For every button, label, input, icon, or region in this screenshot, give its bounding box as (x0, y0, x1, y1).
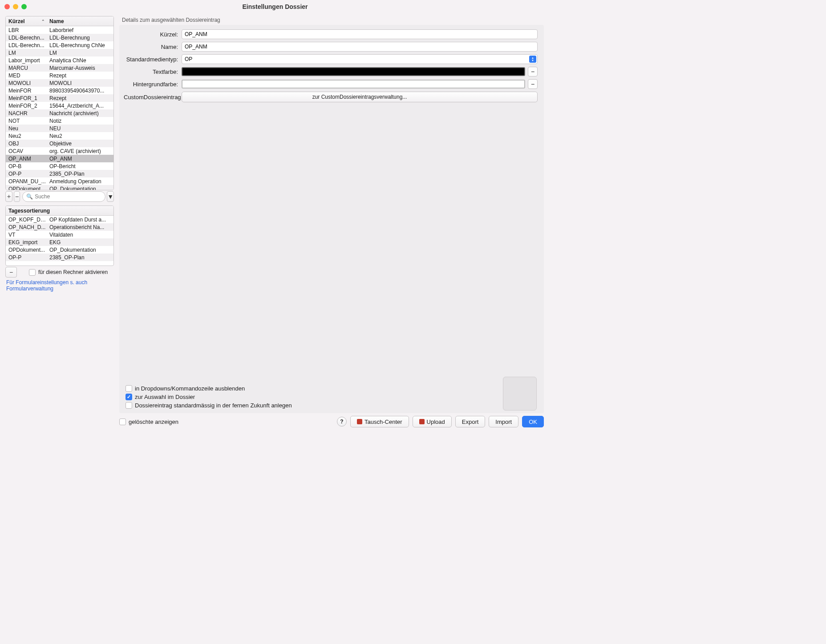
add-entry-button[interactable]: ＋ (5, 191, 12, 202)
table-row[interactable]: VTVitaldaten (6, 231, 113, 238)
kuerzel-field[interactable] (182, 29, 538, 39)
hide-in-dropdowns-checkbox[interactable] (126, 385, 132, 392)
sort-ascending-icon: ⌃ (41, 19, 45, 24)
table-row[interactable]: OPDokument...OP_Dokumentation (6, 185, 113, 190)
formular-link[interactable]: Für Formulareinstellungen s. auch Formul… (5, 279, 114, 292)
table-row[interactable]: OP-P2385_OP-Plan (6, 254, 113, 261)
future-default-label: Dossiereintrag standardmässig in der fer… (135, 402, 292, 409)
medientyp-select[interactable] (182, 54, 538, 64)
table-row[interactable]: EKG_importEKG (6, 238, 113, 246)
table-row[interactable]: LBRLaborbrief (6, 26, 113, 34)
table-row[interactable]: MeinFOR89803395490643970... (6, 87, 113, 94)
activate-for-computer-checkbox[interactable] (29, 269, 36, 276)
textfarbe-clear-button[interactable]: − (528, 67, 538, 76)
table-row[interactable]: OP_NACH_D...Operationsbericht Na... (6, 223, 113, 231)
table-row[interactable]: OP_KOPF_DU...OP Kopfdaten Durst a... (6, 216, 113, 223)
show-deleted-checkbox[interactable] (119, 419, 126, 425)
dossier-entries-table: Kürzel ⌃ Name LBRLaborbriefLDL-Berechn..… (5, 16, 114, 190)
auswahl-dossier-checkbox[interactable] (126, 394, 132, 400)
preview-box (503, 377, 537, 411)
future-default-checkbox[interactable] (126, 402, 132, 409)
name-field[interactable] (182, 42, 538, 52)
remove-entry-button[interactable]: − (14, 191, 20, 202)
table-row[interactable]: NeuNEU (6, 125, 113, 132)
custom-dossier-button[interactable]: zur CustomDossiereintragsverwaltung... (182, 92, 538, 102)
hide-in-dropdowns-label: in Dropdowns/Kommandozeile ausblenden (135, 385, 245, 392)
table-row[interactable]: OPDokument...OP_Dokumentation (6, 246, 113, 254)
table-row[interactable]: NOTNotiz (6, 117, 113, 125)
medientyp-label: Standardmedientyp: (124, 56, 182, 63)
textfarbe-label: Textfarbe: (124, 68, 182, 75)
table-row[interactable]: Labor_importAnalytica ChNe (6, 56, 113, 64)
show-deleted-label: gelöschte anzeigen (129, 419, 178, 425)
column-header-kuerzel[interactable]: Kürzel ⌃ (6, 18, 47, 24)
auswahl-dossier-label: zur Auswahl im Dossier (135, 394, 195, 400)
upload-button[interactable]: Upload (413, 416, 452, 427)
remove-sort-button[interactable]: − (5, 267, 17, 278)
table-row[interactable]: MOWOLIMOWOLI (6, 79, 113, 87)
close-window-button[interactable] (4, 4, 10, 9)
table-row[interactable]: MeinFOR_1Rezept (6, 94, 113, 102)
table-row[interactable]: LDL-Berechn...LDL-Berechnung ChNe (6, 41, 113, 49)
hintergrundfarbe-swatch[interactable] (182, 80, 525, 89)
table-row[interactable]: Neu2Neu2 (6, 132, 113, 140)
table-row[interactable]: OP-P2385_OP-Plan (6, 170, 113, 177)
textfarbe-swatch[interactable] (182, 67, 525, 76)
ok-button[interactable]: OK (522, 416, 544, 427)
table-row[interactable]: NACHRNachricht (archiviert) (6, 109, 113, 117)
table-row[interactable]: MEDRezept (6, 72, 113, 79)
titlebar: Einstellungen Dossier (0, 0, 550, 13)
minimize-window-button[interactable] (13, 4, 18, 9)
table-row[interactable]: MeinFOR_215644_Arztbericht_A... (6, 102, 113, 109)
table-row[interactable]: OPANM_DU_...Anmeldung Operation (6, 177, 113, 185)
tausch-icon (357, 419, 362, 424)
custom-label: CustomDossiereintrag (124, 94, 182, 101)
table-row[interactable]: LMLM (6, 49, 113, 56)
tagessortierung-table: Tagessortierung OP_KOPF_DU...OP Kopfdate… (5, 205, 114, 266)
table-row[interactable]: OBJObjektive (6, 140, 113, 147)
details-heading: Details zum ausgewählten Dossiereintrag (119, 17, 544, 23)
name-label: Name: (124, 44, 182, 50)
search-input-container: 🔍 (22, 191, 105, 202)
search-icon: 🔍 (26, 193, 33, 200)
hintergrund-label: Hintergrundfarbe: (124, 81, 182, 88)
table-row[interactable]: OP-BOP-Bericht (6, 162, 113, 170)
tausch-center-button[interactable]: Tausch-Center (350, 416, 409, 427)
search-input[interactable] (35, 193, 101, 200)
upload-icon (419, 419, 425, 424)
activate-for-computer-label: für diesen Rechner aktivieren (38, 269, 108, 275)
table-row[interactable]: LDL-Berechn...LDL-Berechnung (6, 34, 113, 41)
window-title: Einstellungen Dossier (4, 3, 546, 10)
column-header-name[interactable]: Name (47, 18, 113, 24)
column-header-tagessortierung[interactable]: Tagessortierung (6, 208, 113, 214)
details-panel: Kürzel: Name: Standardmedientyp: ▲▼ Text… (119, 25, 544, 413)
kuerzel-label: Kürzel: (124, 31, 182, 38)
table-row[interactable]: OCAVorg. CAVE (archiviert) (6, 147, 113, 155)
import-button[interactable]: Import (489, 416, 518, 427)
table-row[interactable]: MARCUMarcumar-Ausweis (6, 64, 113, 72)
hintergrund-clear-button[interactable]: − (528, 79, 538, 89)
filter-dropdown-button[interactable]: ▼ (107, 191, 114, 202)
table-row[interactable]: OP_ANMOP_ANM (6, 155, 113, 162)
zoom-window-button[interactable] (21, 4, 27, 9)
export-button[interactable]: Export (455, 416, 486, 427)
help-button[interactable]: ? (337, 417, 347, 427)
